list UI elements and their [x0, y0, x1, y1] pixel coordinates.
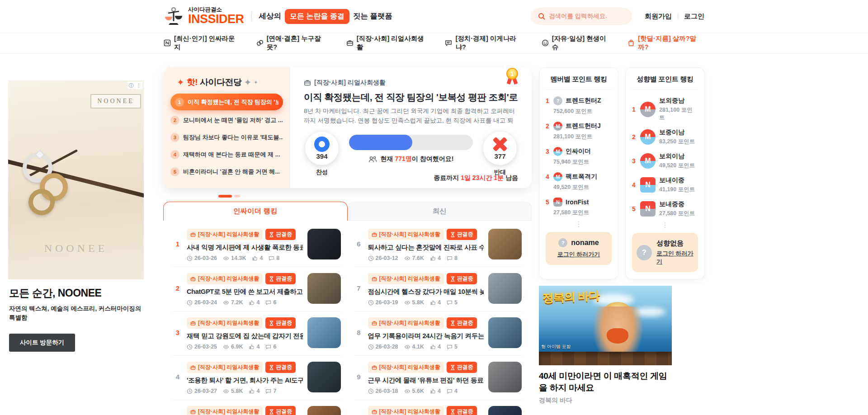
post-row[interactable]: 8 [직장·사회] 리얼사회생활	[354, 311, 522, 356]
member-name: 트렌드헌터J	[566, 122, 601, 130]
featured-post-title[interactable]: 이직 확정됐는데, 전 직장 팀장의 '보복성 평판 조회'로 채용 ...	[304, 91, 518, 104]
post-row[interactable]: 6 [직장·사회] 리얼사회생활	[354, 223, 522, 267]
nav-item-work[interactable]: [직장·사회] 리얼사회생활	[346, 34, 428, 52]
search-input[interactable]: 검색어를 입력하세요.	[531, 8, 632, 25]
hot-item-1[interactable]: 1 이직 확정됐는데, 전 직장 팀장의 '보...	[170, 94, 283, 110]
post-row[interactable]: 2 [직장·사회] 리얼사회생활	[173, 267, 341, 311]
comments-meta: 4	[447, 388, 458, 394]
post-row[interactable]: 1 [직장·사회] 리얼사회생활	[173, 223, 341, 267]
nav-item-daily[interactable]: [자유·일상] 현생이슈	[542, 34, 611, 52]
hot-item-5[interactable]: 5 비혼이라더니 '결혼 안 해줄 거면 헤...	[170, 164, 283, 179]
post-rank: 2	[173, 273, 182, 292]
nav-item-hotdeal[interactable]: [핫딜·지름] 살까?말까?	[627, 34, 704, 52]
carousel-dot[interactable]	[234, 195, 240, 198]
post-list-card: 인싸이더 랭킹 최신 1	[163, 202, 532, 415]
nav-item-politics[interactable]: [정치·경제] 이게나라냐?	[445, 34, 524, 52]
go-login-link[interactable]: 로그인 하러가기	[557, 250, 600, 259]
participants-count: 771명	[395, 155, 411, 162]
vote-yes-button[interactable]: 394 찬성	[304, 132, 340, 176]
signup-link[interactable]: 회원가입	[645, 12, 672, 21]
category-badge: [직장·사회] 리얼사회생활	[368, 273, 444, 284]
post-thumbnail	[307, 273, 341, 304]
left-ad-banner[interactable]: ⓘ ⋮ NOONEE NOONEE 모든 순간, NOONEE 자연의 텍스쳐,…	[8, 80, 144, 352]
noname-label: noname	[571, 239, 599, 247]
site-logo[interactable]: 사이다판결소 INSSIDER	[164, 7, 244, 26]
post-rank: 3	[173, 317, 182, 336]
post-thumbnail	[307, 406, 341, 415]
game-ad-banner[interactable]: 정복의 바다 형 아이템 포함 40세 미만이라면 이 매혹적인 게임을 하지 …	[539, 286, 672, 405]
hot-item-4[interactable]: 4 재택하며 애 본다는 동료 때문에 제 ...	[170, 147, 283, 162]
hot-item-title: 팀장님 차보다 좋다는 이유로 '태도불...	[183, 133, 283, 141]
carousel-dot-active[interactable]	[218, 195, 232, 198]
nav-item-love[interactable]: [연애·결혼] 누구잘못?	[256, 34, 329, 52]
ad-visit-site-button[interactable]: 사이트 방문하기	[9, 334, 75, 352]
post-meta: 26-03-24 7.2K 4 6	[187, 299, 303, 306]
hot-item-3[interactable]: 3 팀장님 차보다 좋다는 이유로 '태도불...	[170, 130, 283, 145]
member-points: 27,580 포인트	[553, 209, 612, 217]
category-badge: [직장·사회] 리얼사회생활	[368, 317, 444, 329]
post-row[interactable]: 10 [직장·사회] 리얼사회생활	[354, 400, 522, 415]
ranking-entry[interactable]: 4 N 보내이중 41,190 포인트	[632, 176, 698, 193]
status-badge: 판결중	[265, 406, 296, 415]
post-column-left: 1 [직장·사회] 리얼사회생활	[173, 223, 341, 415]
game-ad-caption: 형 아이템 포함	[541, 344, 571, 350]
more-indicator: ⋮	[632, 222, 698, 228]
ad-description: 자연의 텍스쳐, 예술의 에스프리, 커스터마이징의 특별함	[9, 304, 143, 323]
ranking-entry[interactable]: 1 ? 트렌드헌터Z 752,600 포인트	[546, 96, 612, 115]
tendency-name: 보내중중	[659, 200, 695, 208]
post-row[interactable]: 9 [직장·사회] 리얼사회생활	[354, 356, 522, 400]
ranking-entry[interactable]: 2 M 보중이남 83,250 포인트	[632, 128, 698, 146]
post-row[interactable]: 7 [직장·사회] 리얼사회생활	[354, 267, 522, 311]
member-points: 281,100 포인트	[553, 133, 612, 141]
post-row[interactable]: 3 [직장·사회] 리얼사회생활	[173, 311, 341, 356]
brand-name-label: INSSIDER	[188, 13, 244, 25]
post-rank: 5	[173, 406, 182, 415]
login-link[interactable]: 로그인	[684, 12, 704, 21]
first-place-medal-ribbon: 1	[504, 64, 521, 92]
game-ad-subtitle: 경복의 바다	[539, 396, 672, 405]
entry-rank: 4	[546, 173, 550, 180]
ranking-entry[interactable]: 4 M 팩트폭격기 49,520 포인트	[546, 172, 612, 191]
go-login-link[interactable]: 로그인 하러가기	[656, 250, 693, 266]
views-meta: 14.3K	[223, 255, 246, 261]
post-row[interactable]: 4 [직장·사회] 리얼사회생활	[173, 356, 341, 400]
post-meta: 26-03-18 5.6K 4 4	[368, 388, 484, 394]
tab-insider-ranking[interactable]: 인싸이더 랭킹	[163, 202, 348, 221]
vote-no-button[interactable]: 377 반대	[482, 132, 518, 176]
hot-item-rank: 1	[175, 98, 184, 107]
noname-login-box: ? noname 로그인 하러가기	[546, 232, 612, 265]
ranking-entry[interactable]: 5 N IronFist 27,580 포인트	[546, 198, 612, 217]
date-meta: 26-03-19	[368, 299, 398, 306]
nav-item-label: [연애·결혼] 누구잘못?	[267, 34, 329, 52]
ranking-entry[interactable]: 3 M 보외이남 49,520 포인트	[632, 152, 698, 170]
featured-post-excerpt: 8년 차 마케터입니다. 최근 꿈에 그리던 외국계 기업에 최종 합격하고 오…	[304, 107, 518, 126]
member-name: IronFist	[566, 198, 589, 206]
hot-item-2[interactable]: 2 모니터에서 눈 떼면 '몰입 저하' 경고 ...	[170, 113, 283, 127]
post-thumbnail	[307, 317, 341, 348]
post-thumbnail	[307, 229, 341, 259]
post-thumbnail	[488, 229, 522, 259]
nav-item-label: [자유·일상] 현생이슈	[552, 34, 611, 52]
likes-meta: 4	[249, 388, 259, 394]
member-avatar: M	[553, 122, 562, 131]
ad-info-icon[interactable]: ⓘ	[127, 82, 135, 89]
ranking-entry[interactable]: 2 M 트렌드헌터J 281,100 포인트	[546, 122, 612, 141]
ranking-entry[interactable]: 3 M 인싸이더 75,940 포인트	[546, 147, 612, 166]
post-title: 사내 익명 게시판에 제 사생활 폭로한 동료들, ...	[187, 243, 303, 252]
ad-frame-label: NOONEE	[90, 94, 141, 108]
post-title: '조용한 퇴사' 할 거면, 회사가 주는 AI도구 쓰지...	[187, 376, 303, 385]
nav-item-lounge[interactable]: [최신·인기] 인싸라운지	[164, 34, 239, 52]
ranking-entry[interactable]: 1 M 보외중남 281,100 포인트	[632, 97, 698, 122]
tab-latest[interactable]: 최신	[348, 202, 532, 221]
member-ranking-list: 1 ? 트렌드헌터Z 752,600 포인트 2 M	[546, 96, 612, 217]
post-column-right: 6 [직장·사회] 리얼사회생활	[354, 223, 522, 415]
participants-line: 현재 771명이 참여했어요!	[349, 155, 473, 163]
comments-meta: 8	[447, 255, 458, 261]
post-row[interactable]: 5 [직장·사회] 리얼사회생활	[173, 400, 341, 415]
ad-menu-icon[interactable]: ⋮	[135, 82, 142, 89]
post-title: ChatGPT로 5분 만에 쓴 보고서 제출하고 칼퇴...	[187, 288, 303, 296]
ranking-entry[interactable]: 5 N 보내중중 27,580 포인트	[632, 200, 698, 217]
featured-category-label: [직장·사회] 리얼사회생활	[314, 79, 386, 87]
smiley-icon	[542, 39, 549, 47]
views-meta: 6.9K	[223, 344, 243, 350]
